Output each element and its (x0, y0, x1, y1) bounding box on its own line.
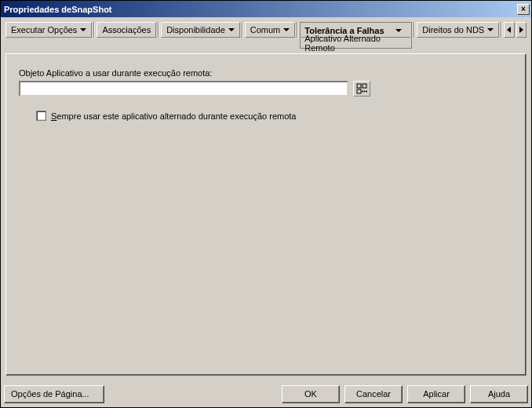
tab-label: Disponibilidade (166, 25, 225, 35)
scroll-tabs-left-button[interactable] (504, 22, 514, 38)
browse-icon (356, 83, 367, 94)
tab-direitos-nds[interactable]: Direitos do NDS (417, 22, 499, 38)
window: Propriedades deSnapShot × Executar Opçõe… (0, 0, 532, 408)
checkbox-label: Sempre usar este aplicativo alternado du… (51, 111, 296, 121)
apply-button[interactable]: Aplicar (407, 385, 465, 403)
close-button[interactable]: × (517, 4, 530, 15)
tab-strip: Executar Opções Associações Disponibilid… (5, 22, 527, 50)
svg-point-5 (366, 91, 367, 93)
tab-disponibilidade[interactable]: Disponibilidade (161, 22, 240, 38)
tab-separator (242, 22, 243, 38)
tab-separator (501, 22, 502, 38)
tab-label: Associações (102, 25, 151, 35)
tab-executar-opcoes[interactable]: Executar Opções (5, 22, 92, 38)
content-area: Executar Opções Associações Disponibilid… (1, 17, 531, 381)
subtab-aplicativo-alternado-remoto[interactable]: Aplicativo Alternado Remoto (301, 37, 410, 48)
tab-panel: Objeto Aplicativo a usar durante execuçã… (5, 53, 527, 376)
chevron-down-icon (395, 29, 402, 32)
close-icon: × (521, 5, 526, 13)
checkbox-box[interactable] (36, 111, 46, 121)
arrow-left-icon (507, 27, 511, 33)
cancel-button[interactable]: Cancelar (344, 385, 403, 403)
field-object-aplicativo: Objeto Aplicativo a usar durante execuçã… (19, 68, 513, 97)
scroll-tabs-right-button[interactable] (516, 22, 527, 38)
tab-separator (297, 22, 298, 38)
tab-associacoes[interactable]: Associações (97, 22, 156, 38)
field-label: Objeto Aplicativo a usar durante execuçã… (19, 68, 513, 78)
tab-label: Direitos do NDS (422, 25, 484, 35)
svg-point-3 (364, 91, 366, 93)
chevron-down-icon (487, 28, 494, 31)
checkbox-sempre-usar[interactable]: Sempre usar este aplicativo alternado du… (36, 111, 513, 121)
titlebar: Propriedades deSnapShot × (1, 1, 531, 17)
window-title: Propriedades deSnapShot (4, 5, 517, 14)
page-options-button[interactable]: Opções de Página... (4, 385, 104, 403)
tab-label: Comum (250, 25, 281, 35)
svg-rect-0 (357, 84, 361, 88)
help-button[interactable]: Ajuda (470, 385, 528, 403)
arrow-right-icon (519, 27, 523, 33)
tab-label: Executar Opções (11, 25, 77, 35)
tab-separator (158, 22, 159, 38)
object-aplicativo-input[interactable] (19, 81, 348, 97)
svg-rect-2 (357, 89, 361, 93)
subtab-label: Aplicativo Alternado Remoto (304, 34, 407, 53)
field-line (19, 81, 513, 97)
chevron-down-icon (283, 28, 290, 31)
ok-button[interactable]: OK (282, 385, 340, 403)
button-bar: Opções de Página... OK Cancelar Aplicar … (1, 381, 531, 407)
browse-object-button[interactable] (353, 81, 370, 97)
chevron-down-icon (80, 28, 86, 31)
tab-tolerancia-falhas[interactable]: Tolerância a Falhas Aplicativo Alternado… (300, 22, 412, 49)
svg-point-4 (362, 91, 363, 93)
svg-rect-1 (363, 84, 366, 88)
tab-comum[interactable]: Comum (245, 22, 296, 38)
chevron-down-icon (228, 28, 235, 31)
tab-separator (93, 22, 95, 38)
tab-separator (414, 22, 415, 38)
